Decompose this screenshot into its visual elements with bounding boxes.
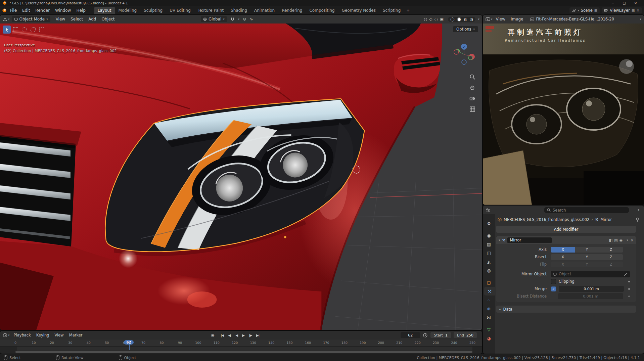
viewlayer-selector[interactable]: ViewLayer ⊞ × [602,7,642,13]
shading-options-chevron[interactable]: ▾ [478,17,479,21]
minimize-button[interactable]: ─ [607,1,618,5]
timeline-strip[interactable]: 0102030405060708090100110120130140150160… [0,340,482,354]
image-editor-type-chevron[interactable]: ▾ [491,17,493,21]
add-modifier-button[interactable]: Add Modifier [496,226,636,233]
workspace-tab-shading[interactable]: Shading [227,7,250,14]
toggle-axis-y[interactable]: Y [575,247,599,253]
clipping-checkbox[interactable] [551,279,556,284]
workspace-tab-geometry-nodes[interactable]: Geometry Nodes [338,7,379,14]
properties-tab-tool[interactable]: ⚙ [483,219,495,228]
toggle-flip-y[interactable]: Y [575,262,599,267]
display-render-icon[interactable]: ◉ [619,238,623,242]
properties-search-field[interactable]: Search [544,207,629,213]
tool-cursor-button[interactable] [38,26,46,34]
playhead[interactable] [129,344,130,350]
auto-keying-button[interactable]: ◉ [211,333,214,337]
editor-type-3d-viewport-icon[interactable] [3,17,7,21]
options-button[interactable]: Options ▾ [453,26,478,32]
properties-tab-modifiers[interactable]: ⚒ [484,287,495,296]
timeline-menu-playback[interactable]: Playback [11,332,34,338]
orientation-dropdown[interactable]: Global ▾ [201,16,227,22]
properties-tab-world[interactable]: ◍ [483,266,495,275]
toggle-flip-x[interactable]: X [551,262,575,267]
timeline-menu-keying[interactable]: Keying [34,332,52,338]
shading-solid-button[interactable]: ● [457,17,462,21]
frame-start-field[interactable]: Start 1 [430,332,451,338]
breadcrumb-modifier-name[interactable]: Mirror [600,217,612,222]
properties-tab-object-data[interactable]: ▽ [483,325,495,334]
workspace-tab-rendering[interactable]: Rendering [278,7,306,14]
menu-render[interactable]: Render [33,7,52,13]
toggle-axis-x[interactable]: X [551,247,575,253]
front-grille[interactable] [0,123,81,246]
proportional-falloff-icon[interactable]: ∿ [249,17,253,21]
editor-type-properties-icon[interactable] [486,208,490,212]
workspace-tab-uv-editing[interactable]: UV Editing [166,7,194,14]
xray-toggle-icon[interactable]: ▣ [440,17,444,21]
pin-icon[interactable] [636,218,639,222]
transport-prev-keyframe-button[interactable]: ◀| [227,333,233,337]
current-frame-badge[interactable]: 62 [124,340,134,345]
timeline-menu-marker[interactable]: Marker [66,332,85,338]
menu-edit[interactable]: Edit [19,7,33,13]
breadcrumb-object-name[interactable]: MERCEDES_GLS_2016_frontlamps_glass.002 [504,217,589,222]
image-menu-view[interactable]: View [493,16,508,22]
timeline-type-chevron[interactable]: ▾ [8,333,10,337]
properties-tab-output[interactable]: ▤ [483,240,495,249]
gizmos-dropdown-icon[interactable]: ◇ [429,17,432,21]
mode-dropdown[interactable]: Object Mode ▾ [12,16,50,22]
new-viewlayer-button[interactable]: ⊞ [632,8,635,13]
transport-play-reverse-button[interactable]: ◀ [234,333,239,337]
transport-jump-end-button[interactable]: ▶| [255,333,261,337]
gizmo-negative-z[interactable] [462,60,466,64]
timeline-scrollbar[interactable] [15,351,472,353]
proportional-editing-icon[interactable]: ⊙ [243,17,246,21]
transport-next-keyframe-button[interactable]: |▶ [247,333,253,337]
shading-rendered-button[interactable]: ◑ [469,17,474,21]
visibility-dropdown-icon[interactable]: ◎ [424,17,427,21]
data-collapse-chevron[interactable]: ▸ [499,308,501,311]
viewport-menu-object[interactable]: Object [99,16,117,22]
workspace-tab-layout[interactable]: Layout [94,7,115,14]
snap-chevron[interactable]: ▾ [238,17,240,21]
merge-animate-dot[interactable] [628,288,630,290]
workspace-tab-scripting[interactable]: Scripting [379,7,404,14]
viewport-menu-view[interactable]: View [53,16,68,22]
panel-collapse-chevron[interactable]: ▾ [499,238,500,242]
transport-jump-start-button[interactable]: |◀ [219,333,225,337]
timeline-ruler[interactable]: 0102030405060708090100110120130140150160… [0,340,482,347]
shading-material-button[interactable]: ◐ [463,17,468,21]
display-realtime-icon[interactable]: ▤ [614,238,617,242]
properties-tab-material[interactable]: ◕ [483,334,495,343]
merge-threshold-field[interactable]: 0.001 m [559,286,624,292]
merge-checkbox[interactable]: ✓ [551,286,556,291]
workspace-add-button[interactable]: + [404,7,412,14]
gizmo-negative-y[interactable] [468,56,472,60]
tool-select-circle-button[interactable] [20,26,28,34]
properties-tab-particles[interactable]: ∴ [483,296,495,304]
modifier-panel-header[interactable]: ▾ ⚒ Mirror ◧▤◉ ▾ × [496,236,636,244]
toggle-bisect-y[interactable]: Y [575,254,599,260]
properties-tab-object[interactable]: ▢ [483,278,495,287]
editor-type-image-icon[interactable] [486,17,490,21]
menu-file[interactable]: File [7,7,19,13]
viewport-canvas[interactable]: Options ▾ User Perspective (62) Collecti… [0,24,482,330]
image-datablock[interactable]: Fit-For-Mercedes-Benz-GLS-He...2016-20 [530,17,614,21]
workspace-tab-sculpting[interactable]: Sculpting [140,7,166,14]
modifier-extras-chevron[interactable]: ▾ [627,238,628,242]
clipping-animate-dot[interactable] [628,281,630,282]
reference-image-canvas[interactable]: 再制造汽车前照灯 Remanufactured Car Headlamps [483,24,644,205]
menu-window[interactable]: Window [52,7,74,13]
tool-select-box-button[interactable] [11,26,19,34]
pan-hand-icon[interactable] [469,85,475,91]
editor-type-chevron[interactable]: ▾ [8,17,10,21]
toggle-axis-z[interactable]: Z [599,247,623,253]
workspace-tab-modeling[interactable]: Modeling [115,7,140,14]
remove-viewlayer-button[interactable]: × [636,8,640,13]
jump-to-keyframe-clock-icon[interactable] [423,333,428,338]
scene-browse-chevron[interactable]: ▾ [578,9,579,12]
toggle-bisect-z[interactable]: Z [599,254,623,260]
properties-options-chevron[interactable]: ▾ [638,208,639,212]
tool-tweak-button[interactable] [3,26,11,34]
bisect-distance-animate-dot[interactable] [628,296,630,297]
